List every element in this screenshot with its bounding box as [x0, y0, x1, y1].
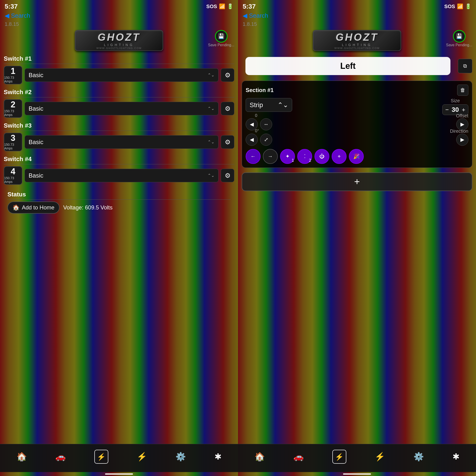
right-bluetooth-nav-icon: ✱ [453, 452, 459, 462]
right-logo-area: GHOZT LIGHTING WWW.GHOZTLIGHTING.COM 💾 S… [238, 28, 476, 53]
direction-forward-button[interactable]: ▶ [456, 134, 468, 146]
left-button-row: Left ⧉ [242, 55, 472, 77]
mode-arrow-right-button[interactable]: → [263, 149, 278, 164]
angle-icon: ⤢ [264, 137, 268, 143]
switch2-box[interactable]: 2 150.73 Amps [4, 99, 22, 118]
switch2-chevron-icon: ⌃⌄ [207, 106, 215, 111]
size-minus-button[interactable]: − [445, 106, 449, 113]
offset-swap-button[interactable]: ↔ [260, 118, 272, 130]
switch3-box[interactable]: 3 150.73 Amps [4, 133, 22, 151]
left-save-label: Save Pending... [208, 43, 234, 47]
delete-section-button[interactable]: 🗑 [457, 85, 468, 96]
switch4-gear-button[interactable]: ⚙ [221, 169, 234, 182]
settings-nav-icon: ⚙️ [175, 452, 186, 462]
right-status-bar: 5:37 SOS 📶 🔋 [238, 0, 476, 11]
switch3-row: 3 150.73 Amps Basic ⌃⌄ ⚙ [4, 133, 234, 151]
switch3-gear-button[interactable]: ⚙ [221, 135, 234, 149]
right-power-nav-icon: ⚡ [375, 452, 385, 462]
right-nav-car[interactable]: 🚗 [289, 450, 307, 463]
section-editor: Section #1 🗑 Strip ⌃⌄ Size − [242, 81, 472, 168]
status-section: Status 🏠 Add to Home Voltage: 609.5 Volt… [4, 187, 234, 216]
nav-home[interactable]: 🏠 [13, 450, 31, 463]
direction-right-icon: ▶ [460, 137, 464, 143]
switch4-box[interactable]: 4 150.73 Amps [4, 166, 22, 185]
right-search-bar[interactable]: ◀ Search [238, 11, 476, 21]
switch2-gear-button[interactable]: ⚙ [221, 102, 234, 115]
nav-effects[interactable]: ⚡ [91, 448, 112, 466]
right-nav-power[interactable]: ⚡ [371, 450, 389, 463]
right-nav-settings[interactable]: ⚙️ [410, 450, 428, 463]
left-arrow-icon: ◀ [250, 121, 254, 127]
mode-solid2-button[interactable]: ⁚ 2 [297, 149, 312, 164]
mode-solid1-button[interactable]: ✦ 1 [280, 149, 295, 164]
left-channel-button[interactable]: Left [245, 57, 450, 75]
right-nav-bluetooth[interactable]: ✱ [449, 450, 463, 463]
add-home-label: Add to Home [22, 204, 54, 211]
copy-button[interactable]: ⧉ [458, 59, 472, 73]
left-logo-area: GHOZT LIGHTING WWW.GHOZTLIGHTING.COM 💾 S… [0, 28, 238, 53]
mode-back-icon: ← [251, 153, 256, 159]
home-icon: 🏠 [13, 204, 19, 211]
left-save-pending: 💾 Save Pending... [208, 30, 234, 47]
size-plus-button[interactable]: + [462, 106, 465, 113]
right-save-pending: 💾 Save Pending... [446, 30, 472, 47]
add-to-home-button[interactable]: 🏠 Add to Home [7, 202, 60, 214]
direction-back-button[interactable]: ◀ [246, 134, 258, 146]
trash-icon: 🗑 [460, 87, 465, 93]
right-home-indicator [238, 472, 476, 476]
angle-value-display: 0° [255, 129, 259, 133]
mode-forward-icon: → [268, 153, 273, 159]
left-status-icons: SOS 📶 🔋 [206, 3, 233, 10]
direction-angle-button[interactable]: ⤢ [260, 134, 272, 146]
mode-crosshair-icon: ⌖ [338, 153, 340, 159]
mode-arrow-left-button[interactable]: ← [246, 149, 261, 164]
switch2-number: 2 [11, 101, 15, 109]
mode-power-icon: ⏻ [319, 153, 324, 159]
mode-star-button[interactable]: 🎉 [349, 149, 364, 164]
left-search-label[interactable]: ◀ Search [5, 12, 30, 19]
right-save-icon: 💾 [453, 30, 466, 43]
nav-bluetooth[interactable]: ✱ [211, 450, 225, 463]
left-search-bar[interactable]: ◀ Search [0, 11, 238, 21]
switch2-label: Switch #2 [4, 87, 234, 97]
strip-type-label: Strip [250, 101, 263, 109]
left-version: 1.8.15 [0, 21, 238, 28]
switch1-gear-button[interactable]: ⚙ [221, 68, 234, 82]
right-nav-home[interactable]: 🏠 [251, 450, 269, 463]
bluetooth-nav-icon: ✱ [215, 452, 221, 462]
direction-left-icon: ◀ [250, 137, 254, 143]
mode-buttons-row: ← → ✦ 1 ⁚ 2 ⏻ [246, 149, 468, 164]
switch4-row: 4 150.73 Amps Basic ⌃⌄ ⚙ [4, 166, 234, 185]
switch3-number: 3 [11, 134, 15, 142]
switch1-dropdown[interactable]: Basic ⌃⌄ [25, 68, 219, 82]
mode-crosshair-button[interactable]: ⌖ [332, 149, 347, 164]
switch2-row: 2 150.73 Amps Basic ⌃⌄ ⚙ [4, 99, 234, 118]
mode-power-button[interactable]: ⏻ [314, 149, 329, 164]
voltage-display: Voltage: 609.5 Volts [63, 204, 113, 211]
left-time: 5:37 [5, 3, 18, 10]
add-section-button[interactable]: + [242, 172, 472, 191]
nav-settings[interactable]: ⚙️ [172, 450, 190, 463]
switch2-dropdown[interactable]: Basic ⌃⌄ [25, 102, 219, 115]
right-sos: SOS [444, 3, 455, 10]
right-search-label[interactable]: ◀ Search [243, 12, 268, 19]
left-wifi-icon: 📶 [219, 3, 225, 10]
left-button-label: Left [340, 61, 356, 71]
switch3-dropdown[interactable]: Basic ⌃⌄ [25, 135, 219, 149]
nav-car[interactable]: 🚗 [51, 450, 69, 463]
right-battery-icon: 🔋 [465, 3, 471, 10]
left-battery-icon: 🔋 [227, 3, 233, 10]
right-effects-nav-icon: ⚡ [335, 453, 343, 461]
nav-power[interactable]: ⚡ [133, 450, 151, 463]
right-logo-subtitle: LIGHTING [342, 43, 372, 47]
right-logo-box: GHOZT LIGHTING WWW.GHOZTLIGHTING.COM [313, 30, 401, 51]
effects-nav-icon: ⚡ [97, 453, 105, 461]
right-nav-effects[interactable]: ⚡ [329, 448, 350, 466]
strip-type-dropdown[interactable]: Strip ⌃⌄ [246, 98, 292, 112]
switch1-box[interactable]: 1 150.73 Amps [4, 66, 22, 84]
right-save-label: Save Pending... [446, 43, 472, 47]
right-logo-text: GHOZT [336, 31, 378, 43]
left-logo-url: WWW.GHOZTLIGHTING.COM [96, 47, 142, 50]
swap-icon: ↔ [264, 121, 269, 127]
switch4-dropdown[interactable]: Basic ⌃⌄ [25, 169, 219, 182]
